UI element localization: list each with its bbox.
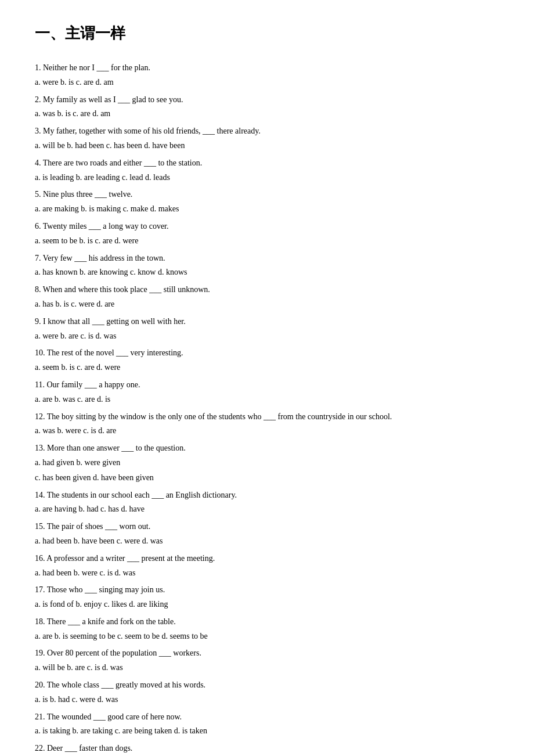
question-11: 11. Our family ___ a happy one.a. are b.… <box>35 378 499 406</box>
options-20: a. is b. had c. were d. was <box>35 693 499 707</box>
question-text-11: 11. Our family ___ a happy one. <box>35 378 499 392</box>
question-22: 22. Deer ___ faster than dogs.a. will ru… <box>35 741 499 756</box>
page-title: 一、主谓一样 <box>35 23 499 44</box>
question-text-5: 5. Nine plus three ___ twelve. <box>35 188 499 201</box>
question-8: 8. When and where this took place ___ st… <box>35 283 499 311</box>
question-13: 13. More than one answer ___ to the ques… <box>35 441 499 484</box>
question-1: 1. Neither he nor I ___ for the plan.a. … <box>35 61 499 89</box>
question-text-2: 2. My family as well as I ___ glad to se… <box>35 93 499 107</box>
question-text-10: 10. The rest of the novel ___ very inter… <box>35 346 499 360</box>
options-10: a. seem b. is c. are d. were <box>35 361 499 375</box>
question-9: 9. I know that all ___ getting on well w… <box>35 315 499 343</box>
options-17: a. is fond of b. enjoy c. likes d. are l… <box>35 597 499 611</box>
options-3: a. will be b. had been c. has been d. ha… <box>35 139 499 153</box>
question-text-7: 7. Very few ___ his address in the town. <box>35 251 499 265</box>
options-16: a. had been b. were c. is d. was <box>35 566 499 580</box>
question-text-9: 9. I know that all ___ getting on well w… <box>35 315 499 329</box>
question-text-21: 21. The wounded ___ good care of here no… <box>35 710 499 724</box>
options-11: a. are b. was c. are d. is <box>35 393 499 406</box>
question-text-18: 18. There ___ a knife and fork on the ta… <box>35 615 499 629</box>
question-text-3: 3. My father, together with some of his … <box>35 124 499 138</box>
question-5: 5. Nine plus three ___ twelve.a. are mak… <box>35 188 499 216</box>
options-5: a. are making b. is making c. make d. ma… <box>35 202 499 216</box>
question-18: 18. There ___ a knife and fork on the ta… <box>35 615 499 643</box>
question-7: 7. Very few ___ his address in the town.… <box>35 251 499 280</box>
options-line1-13: a. had given b. were given <box>35 456 499 470</box>
options-15: a. had been b. have been c. were d. was <box>35 534 499 548</box>
options-line2-13: c. has been given d. have been given <box>35 471 499 485</box>
question-text-16: 16. A professor and a writer ___ present… <box>35 552 499 566</box>
options-18: a. are b. is seeming to be c. seem to be… <box>35 629 499 643</box>
question-21: 21. The wounded ___ good care of here no… <box>35 710 499 739</box>
question-text-13: 13. More than one answer ___ to the ques… <box>35 441 499 455</box>
options-2: a. was b. is c. are d. am <box>35 107 499 121</box>
options-1: a. were b. is c. are d. am <box>35 75 499 89</box>
question-text-1: 1. Neither he nor I ___ for the plan. <box>35 61 499 75</box>
question-17: 17. Those who ___ singing may join us.a.… <box>35 583 499 611</box>
question-text-22: 22. Deer ___ faster than dogs. <box>35 741 499 755</box>
question-text-19: 19. Over 80 percent of the population __… <box>35 646 499 660</box>
question-text-12: 12. The boy sitting by the window is the… <box>35 410 499 424</box>
question-6: 6. Twenty miles ___ a long way to cover.… <box>35 219 499 248</box>
question-text-4: 4. There are two roads and either ___ to… <box>35 156 499 170</box>
question-12: 12. The boy sitting by the window is the… <box>35 410 499 438</box>
question-2: 2. My family as well as I ___ glad to se… <box>35 93 499 121</box>
options-4: a. is leading b. are leading c. lead d. … <box>35 171 499 185</box>
question-16: 16. A professor and a writer ___ present… <box>35 552 499 580</box>
question-3: 3. My father, together with some of his … <box>35 124 499 153</box>
options-7: a. has known b. are knowing c. know d. k… <box>35 265 499 279</box>
question-10: 10. The rest of the novel ___ very inter… <box>35 346 499 375</box>
question-20: 20. The whole class ___ greatly moved at… <box>35 678 499 707</box>
question-text-20: 20. The whole class ___ greatly moved at… <box>35 678 499 692</box>
question-text-8: 8. When and where this took place ___ st… <box>35 283 499 297</box>
options-9: a. were b. are c. is d. was <box>35 329 499 343</box>
options-6: a. seem to be b. is c. are d. were <box>35 234 499 248</box>
question-text-15: 15. The pair of shoes ___ worn out. <box>35 520 499 534</box>
question-text-6: 6. Twenty miles ___ a long way to cover. <box>35 219 499 233</box>
options-14: a. are having b. had c. has d. have <box>35 502 499 516</box>
options-19: a. will be b. are c. is d. was <box>35 661 499 675</box>
question-text-14: 14. The students in our school each ___ … <box>35 488 499 502</box>
options-21: a. is taking b. are taking c. are being … <box>35 724 499 738</box>
question-14: 14. The students in our school each ___ … <box>35 488 499 517</box>
question-text-17: 17. Those who ___ singing may join us. <box>35 583 499 597</box>
question-19: 19. Over 80 percent of the population __… <box>35 646 499 675</box>
question-15: 15. The pair of shoes ___ worn out.a. ha… <box>35 520 499 548</box>
options-8: a. has b. is c. were d. are <box>35 297 499 311</box>
options-12: a. was b. were c. is d. are <box>35 424 499 438</box>
question-4: 4. There are two roads and either ___ to… <box>35 156 499 185</box>
